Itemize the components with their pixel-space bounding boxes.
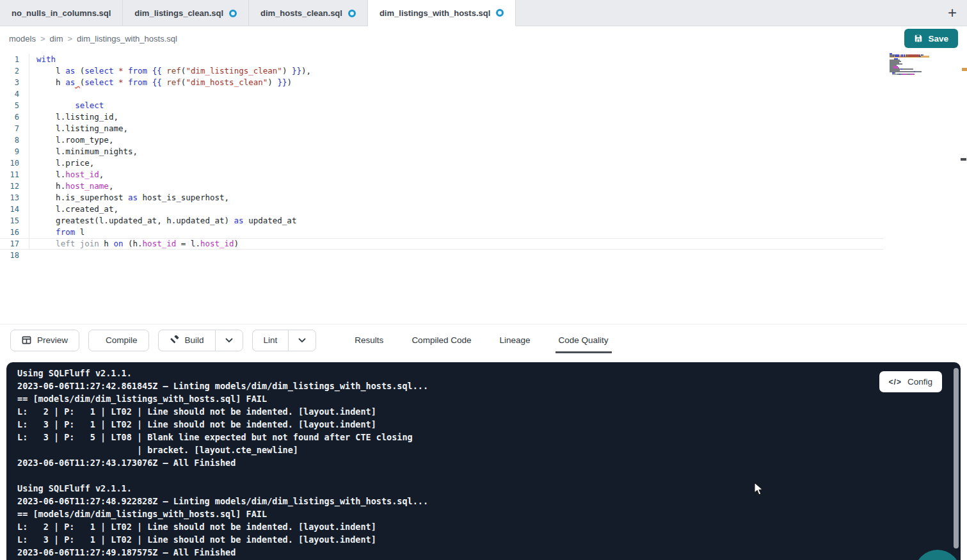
line-number: 4 — [0, 88, 19, 100]
editor-line[interactable]: 4 — [0, 88, 883, 100]
terminal-line: == [models/dim/dim_listings_with_hosts.s… — [17, 392, 884, 405]
breadcrumb-separator: > — [67, 34, 72, 44]
breadcrumb-segment[interactable]: models — [9, 34, 36, 44]
line-number: 1 — [0, 54, 19, 65]
panel-tab-results[interactable]: Results — [353, 326, 385, 355]
editor-tab[interactable]: no_nulls_in_columns.sql — [0, 0, 123, 26]
editor-line[interactable]: 15 greatest(l.updated_at, h.updated_at) … — [0, 215, 883, 227]
terminal-scrollbar[interactable] — [954, 368, 959, 548]
compile-button[interactable]: Compile — [88, 330, 149, 351]
terminal-line: L: 3 | P: 1 | LT02 | Line should not be … — [17, 533, 884, 546]
minimap[interactable] — [890, 53, 927, 76]
line-number: 10 — [0, 157, 19, 169]
line-code: greatest(l.updated_at, h.updated_at) as … — [36, 215, 296, 227]
line-code: h.host_name, — [36, 180, 113, 192]
scrollbar-position-marker — [961, 158, 966, 161]
lint-button[interactable]: Lint — [252, 330, 289, 351]
terminal-line: 2023-06-06T11:27:48.922828Z — Linting mo… — [17, 495, 884, 508]
editor-line[interactable]: 17 left join h on (h.host_id = l.host_id… — [0, 238, 883, 250]
terminal-line: Using SQLFluff v2.1.1. — [17, 482, 884, 495]
editor-line[interactable]: 7 l.listing_name, — [0, 123, 883, 134]
build-dropdown-button[interactable] — [215, 330, 243, 351]
editor-line[interactable]: 5 select — [0, 100, 883, 111]
build-button[interactable]: Build — [158, 330, 215, 351]
line-code: l.listing_name, — [36, 123, 128, 134]
config-button[interactable]: </> Config — [879, 371, 942, 392]
panel-tab-lineage[interactable]: Lineage — [498, 326, 531, 355]
line-number: 7 — [0, 123, 19, 134]
line-number: 2 — [0, 65, 19, 77]
build-label: Build — [185, 335, 204, 345]
line-code: left join h on (h.host_id = l.host_id) — [36, 238, 239, 250]
lint-label: Lint — [264, 335, 278, 345]
terminal-line: | bracket. [layout.cte_newline] — [17, 444, 884, 456]
tab-label: dim_listings_clean.sql — [134, 8, 223, 18]
breadcrumb-segment[interactable]: dim_listings_with_hosts.sql — [77, 34, 177, 44]
line-number: 6 — [0, 111, 19, 123]
line-number: 18 — [0, 250, 19, 261]
tab-bar: no_nulls_in_columns.sqldim_listings_clea… — [0, 0, 967, 26]
terminal-line: L: 2 | P: 1 | LT02 | Line should not be … — [17, 405, 884, 418]
panel-tab-compiled-code[interactable]: Compiled Code — [410, 326, 472, 355]
breadcrumb: models>dim>dim_listings_with_hosts.sql — [9, 34, 177, 44]
terminal-line: Using SQLFluff v2.1.1. — [17, 367, 884, 380]
line-number: 5 — [0, 100, 19, 111]
terminal-line — [17, 469, 884, 482]
editor-line[interactable]: 6 l.listing_id, — [0, 111, 883, 123]
unsaved-dot-icon — [496, 9, 504, 17]
line-code: l as (select * from {{ ref("dim_listings… — [36, 65, 311, 77]
terminal-line: 2023-06-06T11:27:43.173076Z — All Finish… — [17, 456, 884, 469]
editor-line[interactable]: 8 l.room_type, — [0, 134, 883, 146]
editor-tab[interactable]: dim_listings_with_hosts.sql — [368, 0, 516, 26]
line-code: select — [36, 100, 104, 111]
scrollbar-warning-marker — [962, 68, 967, 71]
terminal-line: L: 3 | P: 1 | LT02 | Line should not be … — [17, 418, 884, 431]
preview-label: Preview — [37, 335, 68, 345]
line-number: 17 — [0, 238, 19, 250]
lint-dropdown-button[interactable] — [288, 330, 316, 351]
line-code: from l — [36, 227, 84, 238]
lint-split-button: Lint — [252, 330, 317, 351]
editor-tab[interactable]: dim_listings_clean.sql — [123, 0, 249, 26]
unsaved-dot-icon — [348, 10, 356, 17]
editor-line[interactable]: 18 — [0, 250, 883, 261]
terminal-line: == [models/dim/dim_listings_with_hosts.s… — [17, 508, 884, 520]
breadcrumb-separator: > — [40, 34, 45, 44]
editor-line[interactable]: 14 l.created_at, — [0, 204, 883, 215]
editor-line[interactable]: 1with — [0, 54, 883, 65]
editor-line[interactable]: 12 h.host_name, — [0, 180, 883, 192]
editor-line[interactable]: 16 from l — [0, 227, 883, 238]
new-tab-button[interactable]: + — [948, 5, 957, 20]
line-number: 8 — [0, 134, 19, 146]
editor-line[interactable]: 11 l.host_id, — [0, 169, 883, 180]
terminal-line: L: 2 | P: 1 | LT02 | Line should not be … — [17, 520, 884, 533]
editor-line[interactable]: 13 h.is_superhost as host_is_superhost, — [0, 192, 883, 204]
editor-line[interactable]: 10 l.price, — [0, 157, 883, 169]
editor-line[interactable]: 9 l.minimum_nights, — [0, 146, 883, 157]
editor-line[interactable]: 3 h as (select * from {{ ref("dim_hosts_… — [0, 77, 883, 88]
line-code: with — [36, 54, 56, 65]
breadcrumb-segment[interactable]: dim — [50, 34, 63, 44]
panel-tab-code-quality[interactable]: Code Quality — [557, 326, 610, 355]
action-toolbar: PreviewCompileBuildLintResultsCompiled C… — [0, 324, 967, 356]
line-number: 13 — [0, 192, 19, 204]
line-code: l.created_at, — [36, 204, 118, 215]
line-number: 15 — [0, 215, 19, 227]
config-label: Config — [907, 377, 932, 387]
preview-button[interactable]: Preview — [10, 330, 79, 351]
terminal-panel: Using SQLFluff v2.1.1.2023-06-06T11:27:4… — [6, 362, 961, 560]
line-code: l.room_type, — [36, 134, 113, 146]
minimap-line — [890, 75, 927, 76]
code-editor[interactable]: 1with2 l as (select * from {{ ref("dim_l… — [0, 51, 967, 324]
build-split-button: Build — [158, 330, 243, 351]
editor-line[interactable]: 2 l as (select * from {{ ref("dim_listin… — [0, 65, 883, 77]
line-number: 12 — [0, 180, 19, 192]
save-icon — [914, 34, 923, 43]
line-code: l.minimum_nights, — [36, 146, 138, 157]
panel-tabs: ResultsCompiled CodeLineageCode Quality — [353, 324, 609, 356]
line-code: h.is_superhost as host_is_superhost, — [36, 192, 229, 204]
save-button[interactable]: Save — [904, 29, 958, 48]
editor-tab[interactable]: dim_hosts_clean.sql — [249, 0, 368, 26]
compile-label: Compile — [106, 335, 138, 345]
line-number: 9 — [0, 146, 19, 157]
